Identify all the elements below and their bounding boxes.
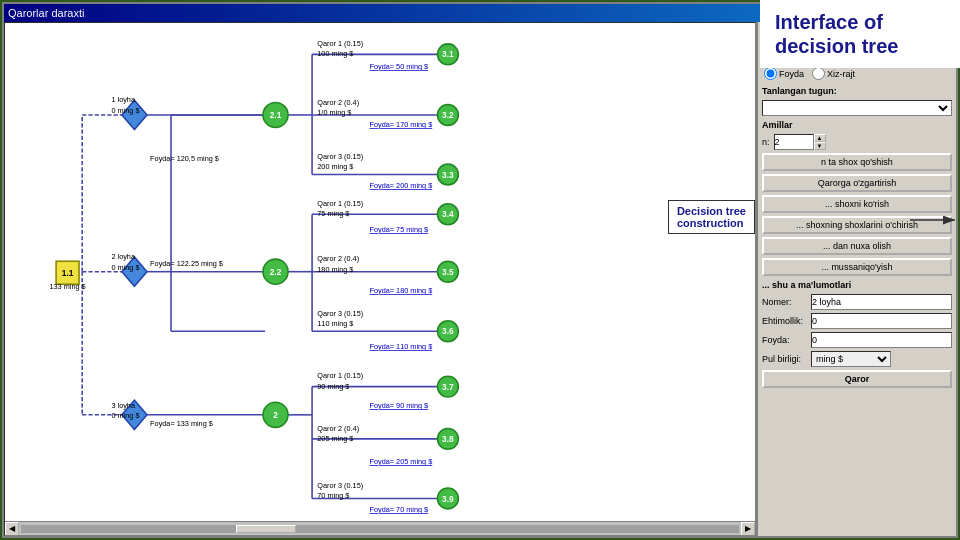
svg-text:Qaror 2 (0.4): Qaror 2 (0.4)	[317, 98, 359, 107]
svg-text:Qaror 1 (0.15): Qaror 1 (0.15)	[317, 199, 363, 208]
svg-text:Foyda= 70 ming $: Foyda= 70 ming $	[370, 505, 429, 514]
n-input-row: n: ▲ ▼	[762, 134, 952, 150]
svg-text:200 ming $: 200 ming $	[317, 162, 353, 171]
n-label: n:	[762, 137, 770, 147]
svg-text:Foyda= 200 ming $: Foyda= 200 ming $	[370, 181, 433, 190]
svg-text:1 loyha: 1 loyha	[111, 95, 135, 104]
qaror-button[interactable]: Qaror	[762, 370, 952, 388]
app-container: Qarorlar daraxti _ □ ×	[0, 0, 960, 540]
svg-text:0 ming $: 0 ming $	[111, 263, 139, 272]
n-spinner-btns: ▲ ▼	[814, 134, 826, 150]
spin-down-btn[interactable]: ▼	[814, 142, 826, 150]
radio-foyda[interactable]	[764, 67, 777, 80]
svg-text:1.1: 1.1	[62, 268, 74, 278]
svg-text:205 ming $: 205 ming $	[317, 434, 353, 443]
foyda-label: Foyda:	[762, 335, 807, 345]
svg-text:3 loyha: 3 loyha	[111, 401, 135, 410]
annotation-box: Decision treeconstruction	[668, 200, 755, 234]
n-spinner: ▲ ▼	[774, 134, 826, 150]
pul-row: Pul birligi: ming $	[762, 351, 952, 367]
n-input[interactable]	[774, 134, 814, 150]
svg-text:Qaror 3 (0.15): Qaror 3 (0.15)	[317, 481, 363, 490]
svg-text:70 ming $: 70 ming $	[317, 491, 349, 500]
svg-text:Foyda= 110 ming $: Foyda= 110 ming $	[370, 342, 433, 351]
add-node-button[interactable]: n ta shox qo'shish	[762, 153, 952, 171]
start-node-select[interactable]	[762, 100, 952, 116]
pul-label: Pul birligi:	[762, 354, 807, 364]
svg-text:Qaror 2 (0.4): Qaror 2 (0.4)	[317, 424, 359, 433]
show-button[interactable]: ... shoxni ko'rish	[762, 195, 952, 213]
tree-svg: 1.1 133 ming $ 1 loyha 0 ming $ Foyda= 1…	[5, 23, 755, 535]
svg-text:Foyda= 133 ming $: Foyda= 133 ming $	[150, 419, 213, 428]
svg-text:Foyda= 205 ming $: Foyda= 205 ming $	[370, 457, 433, 466]
svg-text:3.9: 3.9	[442, 494, 454, 504]
interface-title-box: Interface of decision tree	[760, 0, 960, 68]
example-button[interactable]: ... mussaniqo'yish	[762, 258, 952, 276]
svg-text:3.8: 3.8	[442, 434, 454, 444]
annotation-text: Decision treeconstruction	[677, 205, 746, 229]
node-diamond-1[interactable]	[122, 100, 147, 129]
svg-text:90 ming $: 90 ming $	[317, 382, 349, 391]
svg-text:Qaror 1 (0.15): Qaror 1 (0.15)	[317, 371, 363, 380]
nomer-input[interactable]	[811, 294, 952, 310]
svg-text:110 ming $: 110 ming $	[317, 319, 353, 328]
svg-text:3.4: 3.4	[442, 209, 454, 219]
content-area: 1.1 133 ming $ 1 loyha 0 ming $ Foyda= 1…	[4, 22, 956, 536]
foyda-input[interactable]	[811, 332, 952, 348]
svg-text:Foyda= 122.25 ming $: Foyda= 122.25 ming $	[150, 259, 223, 268]
ehtimollik-label: Ehtimollik:	[762, 316, 807, 326]
svg-text:Foyda= 75 ming $: Foyda= 75 ming $	[370, 225, 429, 234]
radio-foyda-label[interactable]: Foyda	[764, 67, 804, 80]
tree-canvas: 1.1 133 ming $ 1 loyha 0 ming $ Foyda= 1…	[4, 22, 756, 536]
svg-text:Qaror 3 (0.15): Qaror 3 (0.15)	[317, 309, 363, 318]
radio-xiz-label[interactable]: Xiz-rajt	[812, 67, 855, 80]
take-button[interactable]: ... dan nuxa olish	[762, 237, 952, 255]
foyda-row: Foyda:	[762, 332, 952, 348]
right-panel: Qarorlar daraxtini qurish Yangi daraxt y…	[756, 22, 956, 536]
svg-text:Qaror 2 (0.4): Qaror 2 (0.4)	[317, 254, 359, 263]
svg-text:180 ming $: 180 ming $	[317, 265, 353, 274]
spin-up-btn[interactable]: ▲	[814, 134, 826, 142]
svg-text:0 ming $: 0 ming $	[111, 411, 139, 420]
svg-text:Qaror 3 (0.15): Qaror 3 (0.15)	[317, 152, 363, 161]
ehtimollik-row: Ehtimollik:	[762, 313, 952, 329]
svg-text:2.1: 2.1	[270, 110, 282, 120]
scroll-thumb[interactable]	[236, 525, 296, 533]
svg-text:2 loyha: 2 loyha	[111, 252, 135, 261]
ehtimollik-input[interactable]	[811, 313, 952, 329]
svg-text:3.1: 3.1	[442, 49, 454, 59]
results-label: ... shu a ma'lumotlari	[762, 279, 952, 291]
params-label: Amillar	[762, 119, 952, 131]
svg-text:3.6: 3.6	[442, 326, 454, 336]
svg-text:133 ming $: 133 ming $	[50, 282, 86, 291]
main-window: Qarorlar daraxti _ □ ×	[2, 2, 958, 538]
svg-text:75 ming $: 75 ming $	[317, 209, 349, 218]
svg-text:Foyda= 120,5 ming $: Foyda= 120,5 ming $	[150, 154, 219, 163]
window-title: Qarorlar daraxti	[8, 7, 84, 19]
svg-text:Foyda= 180 ming $: Foyda= 180 ming $	[370, 286, 433, 295]
svg-text:Foyda= 170 ming $: Foyda= 170 ming $	[370, 120, 433, 129]
svg-text:2.2: 2.2	[270, 267, 282, 277]
node-diamond-2-1[interactable]	[122, 257, 147, 286]
svg-text:100 ming $: 100 ming $	[317, 49, 353, 58]
svg-text:3.7: 3.7	[442, 382, 454, 392]
pul-select[interactable]: ming $	[811, 351, 891, 367]
scroll-left-btn[interactable]: ◀	[5, 522, 19, 536]
svg-text:0 ming $: 0 ming $	[111, 106, 139, 115]
svg-text:Foyda= 50 ming $: Foyda= 50 ming $	[370, 62, 429, 71]
radio-xiz[interactable]	[812, 67, 825, 80]
svg-text:1/0 ming $: 1/0 ming $	[317, 108, 351, 117]
show-branches-button[interactable]: ... shoxning shoxlarini o'chirish	[762, 216, 952, 234]
start-node-label: Tanlangan tugun:	[762, 85, 952, 97]
svg-text:3.3: 3.3	[442, 170, 454, 180]
scroll-track[interactable]	[21, 525, 739, 533]
svg-text:Qaror 1 (0.15): Qaror 1 (0.15)	[317, 39, 363, 48]
h-scrollbar: ◀ ▶	[5, 521, 755, 535]
nomer-row: Nomer:	[762, 294, 952, 310]
nomer-label: Nomer:	[762, 297, 807, 307]
change-node-button[interactable]: Qarorga o'zgartirish	[762, 174, 952, 192]
svg-text:Foyda= 90 ming $: Foyda= 90 ming $	[370, 401, 429, 410]
svg-text:2: 2	[273, 410, 278, 420]
scroll-right-btn[interactable]: ▶	[741, 522, 755, 536]
svg-text:3.2: 3.2	[442, 110, 454, 120]
